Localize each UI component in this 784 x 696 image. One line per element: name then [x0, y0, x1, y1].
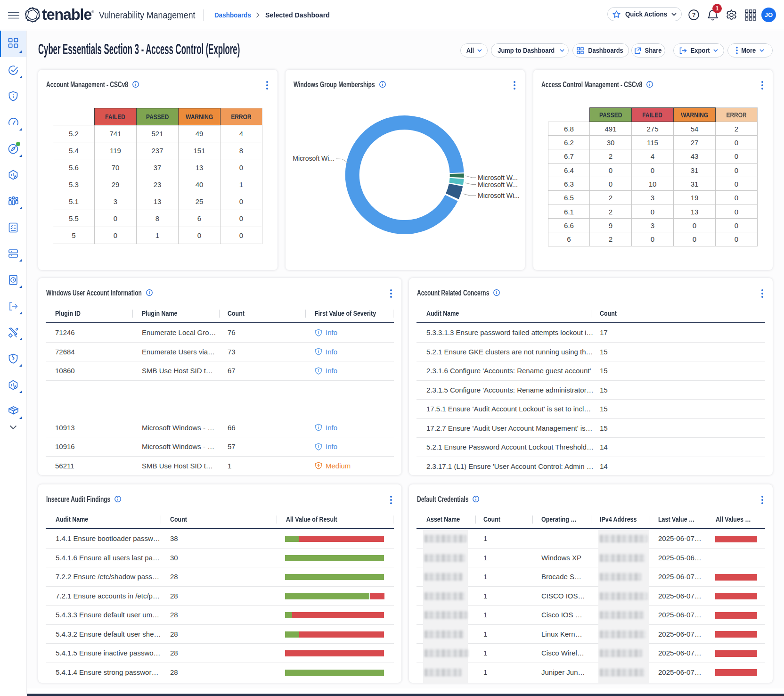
svg-text:?: ? — [692, 12, 696, 18]
svg-text:Microsoft W...: Microsoft W... — [478, 181, 518, 188]
svg-text:Microsoft Wi...: Microsoft Wi... — [478, 192, 520, 199]
svg-text:Microsoft Wi...: Microsoft Wi... — [293, 155, 335, 162]
